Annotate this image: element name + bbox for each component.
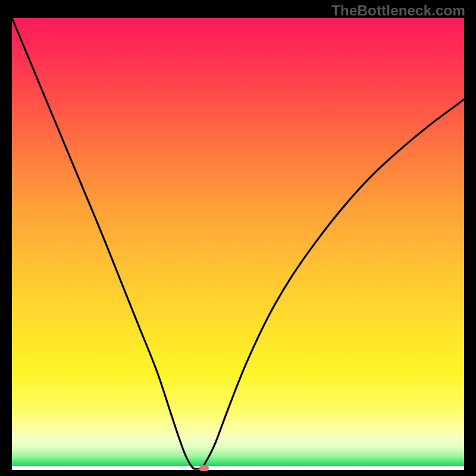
plot-area bbox=[12, 18, 464, 470]
watermark-text: TheBottleneck.com bbox=[331, 2, 465, 19]
bottleneck-curve bbox=[12, 18, 464, 470]
min-marker bbox=[199, 465, 209, 471]
chart-container: TheBottleneck.com bbox=[0, 0, 476, 476]
